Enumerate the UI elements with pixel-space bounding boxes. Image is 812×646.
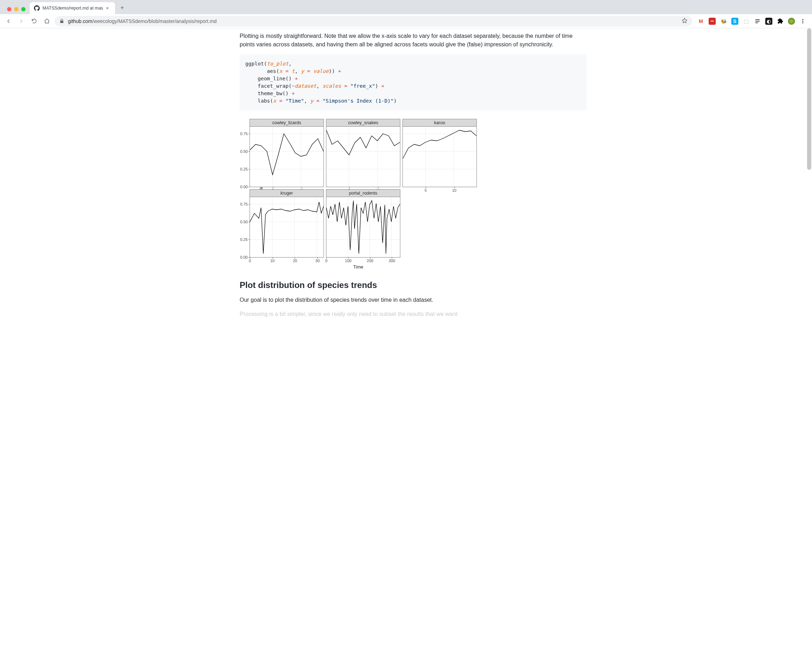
intro-paragraph: Plotting is mostly straightforward. Note… <box>240 32 586 49</box>
code-text: ggplot(to_plot, aes(x = t, y = value)) +… <box>245 61 397 104</box>
reading-list-icon[interactable] <box>754 18 761 25</box>
facet-chart: Simpson's Index (1-D) Time cowley_lizard… <box>240 119 586 270</box>
facet-panel: 510 <box>327 126 400 187</box>
facet-panel: 0100200300 <box>327 197 400 257</box>
tab-close-button[interactable]: × <box>106 6 111 11</box>
facet-title: cowley_lizards <box>250 119 324 126</box>
page-viewport[interactable]: Plotting is mostly straightforward. Note… <box>0 28 812 646</box>
skype-icon[interactable]: S <box>731 18 739 25</box>
svg-point-2 <box>803 22 803 23</box>
facet-panel: 0.000.250.500.750102030 <box>250 197 324 257</box>
extension-icons: M ••• 🐝 S ⬚ ◐ <box>695 18 809 25</box>
facet-title: kruger <box>250 190 324 197</box>
chart-xlabel: Time <box>353 264 363 270</box>
new-tab-button[interactable]: + <box>117 3 127 13</box>
facet-title: karoo <box>403 119 476 126</box>
chart-facet: portal_rodents0100200300 <box>326 189 400 257</box>
tab-title: MATSSdemo/report.md at mas <box>43 6 103 11</box>
extensions-puzzle-icon[interactable] <box>777 18 784 25</box>
svg-point-0 <box>803 19 803 20</box>
tab-strip: MATSSdemo/report.md at mas × + <box>0 0 812 14</box>
browser-chrome: MATSSdemo/report.md at mas × + github.co… <box>0 0 812 28</box>
bookmark-star-icon[interactable] <box>682 18 687 24</box>
x-tick-label: 10 <box>270 259 275 263</box>
x-tick-label: 0 <box>325 259 327 263</box>
back-button[interactable] <box>3 16 14 26</box>
browser-toolbar: github.com/weecology/MATSSdemo/blob/mast… <box>0 14 812 28</box>
chart-facet: karoo510 <box>403 119 477 187</box>
x-tick-label: 300 <box>389 259 395 263</box>
address-bar[interactable]: github.com/weecology/MATSSdemo/blob/mast… <box>55 16 692 26</box>
github-favicon <box>34 5 40 11</box>
chart-facet: cowley_lizards0.000.250.500.75510 <box>250 119 324 187</box>
svg-point-1 <box>803 21 803 21</box>
y-tick-label: 0.75 <box>240 132 248 136</box>
window-maximize-button[interactable] <box>21 7 26 11</box>
home-button[interactable] <box>42 16 52 26</box>
section-heading: Plot distribution of species trends <box>240 280 586 290</box>
profile-avatar[interactable] <box>788 18 795 25</box>
facet-panel: 0.000.250.500.75510 <box>250 126 324 187</box>
extension-icon-5[interactable]: ⬚ <box>743 18 750 25</box>
y-tick-label: 0.50 <box>240 220 248 224</box>
facet-panel: 510 <box>403 126 476 187</box>
x-tick-label: 30 <box>315 259 320 263</box>
browser-tab[interactable]: MATSSdemo/report.md at mas × <box>30 2 115 14</box>
section-paragraph: Our goal is to plot the distribution of … <box>240 296 586 304</box>
x-tick-label: 0 <box>249 259 251 263</box>
cutoff-text: Processing is a bit simpler, since we re… <box>240 310 586 318</box>
x-tick-label: 5 <box>425 188 427 192</box>
x-tick-label: 20 <box>293 259 297 263</box>
window-controls <box>6 7 30 14</box>
scrollbar[interactable] <box>806 28 811 646</box>
y-tick-label: 0.00 <box>240 185 248 189</box>
browser-menu-icon[interactable] <box>799 18 806 25</box>
y-tick-label: 0.25 <box>240 167 248 171</box>
y-tick-label: 0.00 <box>240 255 248 259</box>
extension-icon-3[interactable]: 🐝 <box>720 18 727 25</box>
reload-button[interactable] <box>29 16 39 26</box>
markdown-content: Plotting is mostly straightforward. Note… <box>218 28 594 332</box>
x-tick-label: 10 <box>452 188 456 192</box>
x-tick-label: 200 <box>367 259 373 263</box>
window-minimize-button[interactable] <box>14 7 18 11</box>
x-tick-label: 100 <box>345 259 351 263</box>
lastpass-icon[interactable]: ••• <box>709 18 716 25</box>
facet-title: cowley_snakes <box>327 119 400 126</box>
y-tick-label: 0.75 <box>240 202 248 206</box>
window-close-button[interactable] <box>7 7 11 11</box>
lock-icon <box>60 19 64 24</box>
url-text: github.com/weecology/MATSSdemo/blob/mast… <box>68 18 678 24</box>
facet-title: portal_rodents <box>327 190 400 197</box>
chart-facet: kruger0.000.250.500.750102030 <box>250 189 324 257</box>
y-tick-label: 0.25 <box>240 238 248 242</box>
gmail-icon[interactable]: M <box>697 18 704 25</box>
code-block: ggplot(to_plot, aes(x = t, y = value)) +… <box>240 55 586 110</box>
y-tick-label: 0.50 <box>240 149 248 154</box>
forward-button[interactable] <box>16 16 26 26</box>
extension-icon-7[interactable]: ◐ <box>765 18 772 25</box>
scrollbar-thumb[interactable] <box>807 28 811 170</box>
chart-facet: cowley_snakes510 <box>326 119 400 187</box>
